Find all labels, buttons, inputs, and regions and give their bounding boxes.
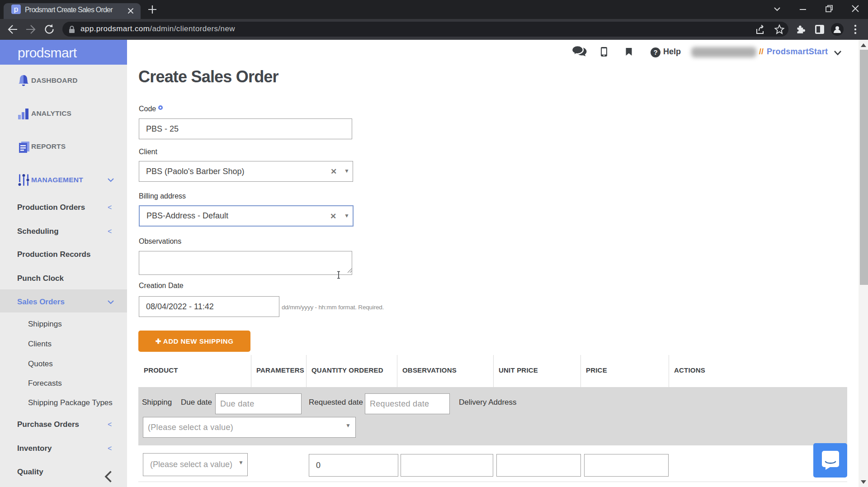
- svg-text:?: ?: [653, 48, 657, 56]
